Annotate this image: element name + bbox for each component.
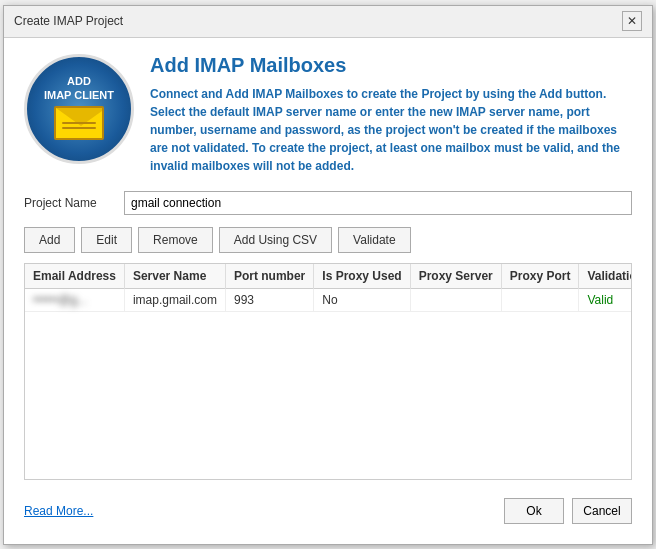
header-description: Connect and Add IMAP Mailboxes to create… (150, 85, 632, 175)
col-port: Port number (225, 264, 313, 289)
project-name-label: Project Name (24, 196, 114, 210)
cell-server: imap.gmail.com (124, 288, 225, 311)
dialog-title: Create IMAP Project (14, 14, 123, 28)
footer: Read More... Ok Cancel (24, 490, 632, 528)
cell-email: ••••••@g... (25, 288, 124, 311)
header-title: Add IMAP Mailboxes (150, 54, 632, 77)
title-bar: Create IMAP Project ✕ (4, 6, 652, 38)
col-proxy-server: Proxy Server (410, 264, 501, 289)
header-info: Add IMAP Mailboxes Connect and Add IMAP … (150, 54, 632, 175)
cancel-button[interactable]: Cancel (572, 498, 632, 524)
footer-buttons: Ok Cancel (504, 498, 632, 524)
col-email: Email Address (25, 264, 124, 289)
cell-proxy-server (410, 288, 501, 311)
col-proxy-used: Is Proxy Used (314, 264, 410, 289)
remove-button[interactable]: Remove (138, 227, 213, 253)
cell-port: 993 (225, 288, 313, 311)
project-name-row: Project Name (24, 191, 632, 215)
header-section: ADD IMAP CLIENT Add IMAP Mailboxes Conne… (24, 54, 632, 175)
project-name-input[interactable] (124, 191, 632, 215)
col-proxy-port: Proxy Port (501, 264, 579, 289)
mailboxes-table: Email Address Server Name Port number Is… (25, 264, 632, 312)
dialog-content: ADD IMAP CLIENT Add IMAP Mailboxes Conne… (4, 38, 652, 544)
envelope-icon (54, 106, 104, 142)
action-buttons: Add Edit Remove Add Using CSV Validate (24, 227, 632, 253)
mailboxes-table-container: Email Address Server Name Port number Is… (24, 263, 632, 480)
add-csv-button[interactable]: Add Using CSV (219, 227, 332, 253)
table-row[interactable]: ••••••@g... imap.gmail.com 993 No Valid (25, 288, 632, 311)
table-header-row: Email Address Server Name Port number Is… (25, 264, 632, 289)
close-button[interactable]: ✕ (622, 11, 642, 31)
logo: ADD IMAP CLIENT (24, 54, 134, 164)
ok-button[interactable]: Ok (504, 498, 564, 524)
cell-proxy-port (501, 288, 579, 311)
cell-status: Valid (579, 288, 632, 311)
cell-proxy-used: No (314, 288, 410, 311)
validate-button[interactable]: Validate (338, 227, 410, 253)
read-more-link[interactable]: Read More... (24, 504, 93, 518)
logo-text: ADD IMAP CLIENT (44, 75, 114, 101)
edit-button[interactable]: Edit (81, 227, 132, 253)
create-imap-dialog: Create IMAP Project ✕ ADD IMAP CLIENT (3, 5, 653, 545)
add-button[interactable]: Add (24, 227, 75, 253)
col-status: Validation Stat... (579, 264, 632, 289)
col-server: Server Name (124, 264, 225, 289)
